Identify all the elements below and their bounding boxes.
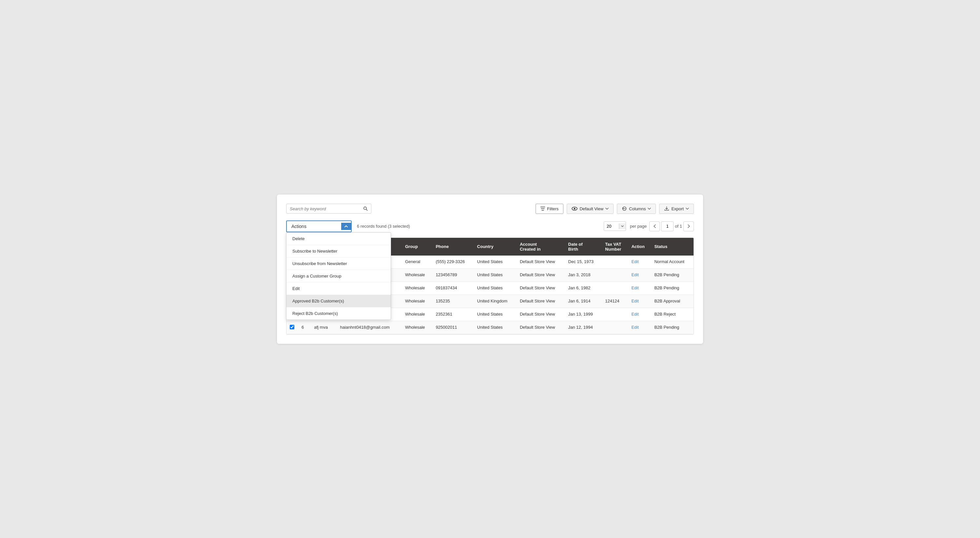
- search-box[interactable]: [286, 204, 371, 214]
- page-nav: of 1: [649, 222, 694, 231]
- row-name: afj mva: [311, 321, 337, 334]
- columns-button[interactable]: Columns: [617, 204, 656, 214]
- action-item-delete[interactable]: Delete: [286, 233, 391, 245]
- row-phone: (555) 229-3326: [432, 255, 474, 269]
- action-item-edit[interactable]: Edit: [286, 283, 391, 295]
- action-item-approve-b2b[interactable]: Approved B2b Customer(s): [286, 295, 391, 307]
- row-tax_vat: [602, 255, 628, 269]
- export-icon: [664, 206, 669, 211]
- actions-dropdown-wrapper: Actions Delete Subscribe to Newsletter U…: [286, 220, 352, 232]
- main-card: Filters Default View Columns: [277, 195, 703, 344]
- row-action: Edit: [628, 295, 651, 308]
- col-tax-vat: Tax VATNumber: [602, 238, 628, 255]
- col-phone: Phone: [432, 238, 474, 255]
- actions-button[interactable]: Actions: [286, 220, 352, 232]
- next-page-button[interactable]: [683, 222, 694, 231]
- of-label: of 1: [675, 224, 682, 229]
- columns-icon: [622, 206, 627, 211]
- row-status: B2B Reject: [651, 308, 694, 321]
- filters-button[interactable]: Filters: [536, 204, 563, 214]
- col-action: Action: [628, 238, 651, 255]
- per-page-dropdown[interactable]: 20 50 100: [604, 222, 619, 231]
- row-tax_vat: 124124: [602, 295, 628, 308]
- row-account_created: Default Store View: [517, 255, 565, 269]
- edit-link[interactable]: Edit: [631, 325, 638, 330]
- row-country: United States: [474, 255, 517, 269]
- action-item-subscribe[interactable]: Subscribe to Newsletter: [286, 245, 391, 257]
- per-page-arrow: [619, 224, 626, 229]
- actions-dropdown-menu: Delete Subscribe to Newsletter Unsubscri…: [286, 232, 391, 320]
- page-number-input[interactable]: [661, 222, 673, 231]
- row-checkbox-cell: [286, 321, 298, 334]
- col-status: Status: [651, 238, 694, 255]
- row-status: B2B Pending: [651, 268, 694, 281]
- row-group: Wholesale: [402, 308, 433, 321]
- row-country: United States: [474, 281, 517, 295]
- row-status: B2B Pending: [651, 321, 694, 334]
- toolbar: Filters Default View Columns: [286, 204, 694, 214]
- col-country: Country: [474, 238, 517, 255]
- search-input[interactable]: [290, 206, 361, 211]
- row-dob: Jan 13, 1999: [565, 308, 602, 321]
- row-phone: 925002011: [432, 321, 474, 334]
- filters-label: Filters: [547, 206, 558, 211]
- columns-label: Columns: [629, 206, 646, 211]
- row-country: United States: [474, 308, 517, 321]
- row-status: B2B Approval: [651, 295, 694, 308]
- col-account-created: AccountCreated in: [517, 238, 565, 255]
- row-phone: 091837434: [432, 281, 474, 295]
- actions-row: Actions Delete Subscribe to Newsletter U…: [286, 220, 694, 232]
- edit-link[interactable]: Edit: [631, 299, 638, 303]
- toolbar-right: Filters Default View Columns: [536, 204, 694, 214]
- row-account_created: Default Store View: [517, 321, 565, 334]
- actions-arrow[interactable]: [341, 223, 351, 230]
- row-status: Normal Account: [651, 255, 694, 269]
- row-tax_vat: [602, 321, 628, 334]
- row-dob: Jan 6, 1982: [565, 281, 602, 295]
- chevron-down-icon-2: [648, 208, 651, 210]
- row-account_created: Default Store View: [517, 268, 565, 281]
- action-item-assign-group[interactable]: Assign a Customer Group: [286, 270, 391, 283]
- chevron-down-icon: [605, 208, 609, 210]
- prev-page-button[interactable]: [649, 222, 660, 231]
- edit-link[interactable]: Edit: [631, 286, 638, 291]
- row-action: Edit: [628, 308, 651, 321]
- edit-link[interactable]: Edit: [631, 312, 638, 316]
- row-email: haianhnt0418@gmail.com: [337, 321, 402, 334]
- row-group: Wholesale: [402, 321, 433, 334]
- row-dob: Jan 3, 2018: [565, 268, 602, 281]
- row-dob: Jan 6, 1914: [565, 295, 602, 308]
- row-action: Edit: [628, 255, 651, 269]
- row-tax_vat: [602, 308, 628, 321]
- per-page-select[interactable]: 20 50 100: [604, 222, 626, 231]
- export-button[interactable]: Export: [659, 204, 694, 214]
- row-id: 6: [298, 321, 311, 334]
- row-group: Wholesale: [402, 295, 433, 308]
- row-group: Wholesale: [402, 281, 433, 295]
- row-account_created: Default Store View: [517, 308, 565, 321]
- row-checkbox[interactable]: [290, 325, 294, 329]
- row-group: Wholesale: [402, 268, 433, 281]
- row-status: B2B Pending: [651, 281, 694, 295]
- records-info: 6 records found (3 selected): [357, 224, 410, 229]
- row-dob: Jan 12, 1994: [565, 321, 602, 334]
- row-dob: Dec 15, 1973: [565, 255, 602, 269]
- pagination: 20 50 100 per page of 1: [604, 222, 694, 231]
- row-country: United Kingdom: [474, 295, 517, 308]
- search-icon: [363, 206, 368, 211]
- filter-icon: [541, 207, 545, 211]
- row-tax_vat: [602, 268, 628, 281]
- edit-link[interactable]: Edit: [631, 259, 638, 264]
- row-phone: 135235: [432, 295, 474, 308]
- svg-point-3: [574, 208, 576, 210]
- chevron-down-icon-3: [686, 208, 689, 210]
- default-view-label: Default View: [579, 206, 603, 211]
- default-view-button[interactable]: Default View: [567, 204, 614, 214]
- row-country: United States: [474, 268, 517, 281]
- action-item-unsubscribe[interactable]: Unsubscribe from Newsletter: [286, 257, 391, 270]
- row-action: Edit: [628, 281, 651, 295]
- edit-link[interactable]: Edit: [631, 272, 638, 277]
- export-label: Export: [671, 206, 684, 211]
- row-action: Edit: [628, 321, 651, 334]
- action-item-reject-b2b[interactable]: Reject B2b Customer(s): [286, 307, 391, 319]
